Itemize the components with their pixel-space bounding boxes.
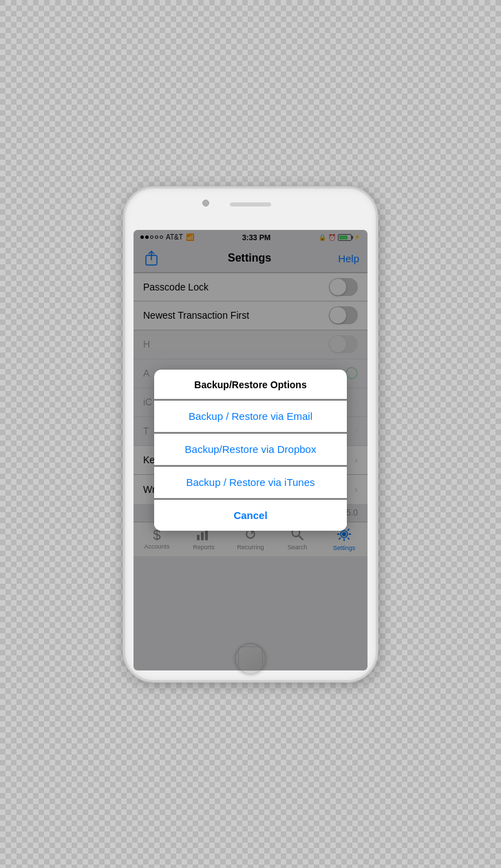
camera [202, 200, 209, 207]
dialog-overlay: Backup/Restore Options Backup / Restore … [134, 230, 367, 670]
backup-email-button[interactable]: Backup / Restore via Email [154, 399, 347, 432]
screen: AT&T 📶 3:33 PM 🔒 ⏰ ⚡ Se [134, 230, 367, 670]
action-sheet: Backup/Restore Options Backup / Restore … [154, 370, 347, 531]
cancel-button[interactable]: Cancel [154, 498, 347, 531]
backup-itunes-button[interactable]: Backup / Restore via iTunes [154, 465, 347, 498]
phone-frame: AT&T 📶 3:33 PM 🔒 ⏰ ⚡ Se [123, 187, 378, 682]
backup-dropbox-button[interactable]: Backup/Restore via Dropbox [154, 432, 347, 465]
speaker [230, 202, 271, 207]
dialog-title: Backup/Restore Options [154, 370, 347, 399]
